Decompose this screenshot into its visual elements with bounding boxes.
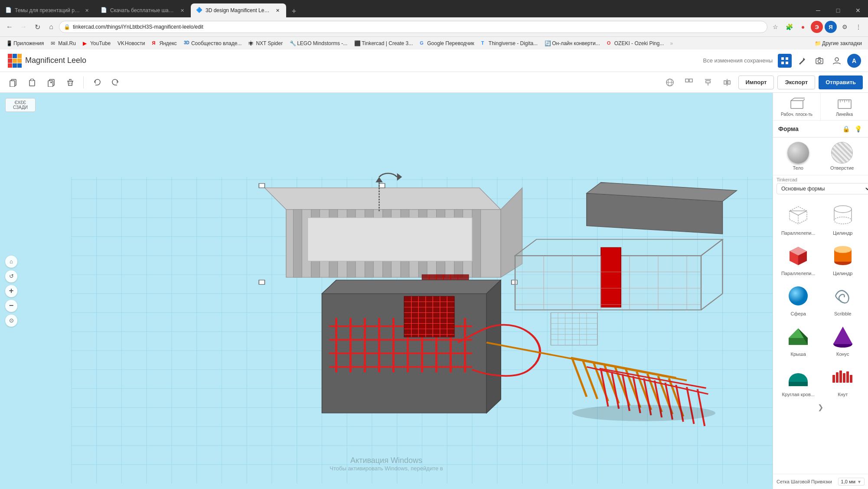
- tinkercad-logo[interactable]: Magnificent Leelo: [7, 53, 86, 69]
- pickaxe-btn[interactable]: [795, 54, 809, 68]
- svg-marker-142: [486, 280, 501, 413]
- shape-cylinder-wireframe[interactable]: Цилиндр: [821, 199, 865, 238]
- minimize-button[interactable]: ─: [808, 3, 828, 17]
- shape-box-solid[interactable]: Параллелепи...: [777, 239, 820, 279]
- redo-tool-btn[interactable]: [108, 75, 124, 90]
- new-tab-button[interactable]: +: [288, 5, 300, 17]
- export-btn[interactable]: Экспорт: [777, 75, 815, 89]
- bookmark-tinkercad[interactable]: ⬛ Tinkercad | Create 3...: [352, 39, 415, 47]
- shape-knot-label: Кнут: [838, 392, 848, 397]
- import-btn[interactable]: Импорт: [738, 75, 774, 89]
- ruler-tab[interactable]: Линейка: [821, 93, 868, 120]
- reload-button[interactable]: ↻: [31, 21, 43, 33]
- shape-sphere[interactable]: Сфера: [777, 279, 820, 319]
- bookmark-youtube[interactable]: ▶ YouTube: [80, 39, 113, 47]
- settings-icon[interactable]: ⚙: [839, 21, 851, 33]
- shape-roof[interactable]: Крыша: [777, 320, 820, 359]
- tab1-title: Темы для презентаций powerp...: [15, 7, 81, 13]
- body-type[interactable]: Тело: [787, 142, 809, 171]
- view-cube[interactable]: ЭЗХЭ СЗАДИ: [5, 98, 36, 112]
- collapse-shapes-btn[interactable]: ❯: [773, 401, 868, 413]
- avatar[interactable]: A: [847, 54, 861, 68]
- hole-type[interactable]: Отверстие: [830, 142, 854, 171]
- svg-rect-1: [786, 57, 788, 60]
- bookmark-yandex[interactable]: Я Яндекс: [150, 39, 179, 47]
- view-toggle-btn[interactable]: [662, 75, 678, 90]
- bookmark-3d[interactable]: 3D Сообщество владе...: [181, 39, 245, 47]
- zoom-in-btn[interactable]: +: [5, 285, 17, 297]
- profile-icon[interactable]: Э: [811, 21, 823, 33]
- bookmark-converter[interactable]: 🔄 Он-лайн конверти...: [542, 39, 603, 47]
- bookmark-lego[interactable]: 🔧 LEGO Mindstorms -...: [287, 39, 350, 47]
- duplicate-tool-btn[interactable]: [43, 75, 59, 90]
- home-view-btn[interactable]: ⌂: [5, 256, 17, 268]
- bookmark-news[interactable]: VK Новости: [115, 39, 147, 47]
- svg-point-195: [572, 405, 715, 421]
- shape-cone[interactable]: Конус: [821, 320, 865, 359]
- light-btn[interactable]: 💡: [853, 124, 863, 134]
- mirror-btn[interactable]: [719, 75, 735, 90]
- profile-btn[interactable]: [830, 54, 844, 68]
- more-menu-icon[interactable]: ●: [797, 21, 809, 33]
- forward-button[interactable]: →: [17, 21, 29, 33]
- rotate-view-btn[interactable]: ↺: [5, 270, 17, 282]
- svg-rect-228: [789, 382, 808, 386]
- camera-btn[interactable]: [813, 54, 826, 68]
- library-select[interactable]: Основные формы: [777, 183, 868, 194]
- tab1-close[interactable]: ✕: [83, 7, 90, 14]
- lock-shape-btn[interactable]: 🔒: [841, 124, 851, 134]
- extensions-icon[interactable]: 🧩: [783, 21, 795, 33]
- svg-rect-0: [781, 57, 784, 60]
- yandex-icon[interactable]: Я: [825, 21, 837, 33]
- tinkercad-label: Tinkercad | Create 3...: [362, 40, 413, 46]
- shape-box-wireframe[interactable]: Параллелепи...: [777, 199, 820, 238]
- zoom-out-btn[interactable]: −: [5, 300, 17, 312]
- address-bar[interactable]: 🔒 tinkercad.com/things/iYnLbtbcH3S-magni…: [59, 21, 767, 33]
- svg-point-5: [818, 59, 821, 62]
- copy-tool-btn[interactable]: [5, 75, 21, 90]
- maximize-button[interactable]: □: [828, 3, 848, 17]
- tab2-close[interactable]: ✕: [179, 7, 186, 14]
- bookmarks-bar: 📱 Приложения ✉ Mail.Ru ▶ YouTube VK Ново…: [0, 36, 868, 49]
- others-label: Другие закладки: [822, 40, 862, 46]
- shape-cylinder-wireframe-label: Цилиндр: [833, 230, 852, 236]
- paste-tool-btn[interactable]: [24, 75, 40, 90]
- close-button[interactable]: ✕: [848, 3, 868, 17]
- bookmark-thingiverse[interactable]: T Thingiverse - Digita...: [479, 39, 540, 47]
- bookmark-others[interactable]: 📁 Другие закладки: [812, 39, 865, 47]
- tab3-favicon: 🔷: [196, 7, 203, 14]
- canvas-area[interactable]: ЭЗХЭ СЗАДИ ⌂ ↺ + − ⊙ Активация Windows Ч…: [0, 93, 773, 489]
- browser-tab-2[interactable]: 📄 Скачать бесплатные шаблоны ... ✕: [95, 3, 191, 17]
- svg-rect-196: [791, 101, 803, 108]
- bookmark-google-translate[interactable]: G Google Переводчик: [417, 39, 477, 47]
- shape-scribble[interactable]: Scribble: [821, 279, 865, 319]
- bookmark-mailru[interactable]: ✉ Mail.Ru: [48, 39, 78, 47]
- undo-tool-btn[interactable]: [89, 75, 104, 90]
- export-label: Экспорт: [785, 79, 808, 85]
- bookmark-ozeki[interactable]: O OZEKI - Ozeki Ping...: [604, 39, 667, 47]
- shape-round-roof[interactable]: Круглая кров...: [777, 360, 820, 400]
- menu-icon[interactable]: ⋮: [852, 21, 865, 33]
- align-btn[interactable]: [700, 75, 716, 90]
- grid-view-btn[interactable]: [778, 54, 792, 68]
- back-button[interactable]: ←: [3, 21, 16, 33]
- browser-tab-1[interactable]: 📄 Темы для презентаций powerp... ✕: [0, 3, 95, 17]
- snap-value-container[interactable]: 1,0 мм ▼: [838, 478, 865, 486]
- shape-cylinder-solid[interactable]: Цилиндр: [821, 239, 865, 279]
- bookmark-icon[interactable]: ☆: [769, 21, 781, 33]
- send-btn[interactable]: Отправить: [819, 75, 863, 89]
- workplane-tab[interactable]: Рабоч. плоск-ть: [773, 93, 821, 120]
- fit-view-btn[interactable]: ⊙: [5, 315, 17, 327]
- tab3-title: 3D design Magnificent Leelo | Ti...: [206, 7, 271, 13]
- svg-rect-231: [832, 375, 835, 383]
- bookmark-apps[interactable]: 📱 Приложения: [3, 39, 46, 47]
- bookmark-nxt[interactable]: 🕷 NXT Spider: [246, 39, 285, 47]
- roof-thumb: [784, 322, 812, 350]
- browser-tab-3[interactable]: 🔷 3D design Magnificent Leelo | Ti... ✕: [191, 3, 286, 17]
- svg-rect-22: [689, 79, 692, 82]
- shapes-toggle-btn[interactable]: [681, 75, 697, 90]
- delete-tool-btn[interactable]: [62, 75, 78, 90]
- shape-knot[interactable]: Кнут: [821, 360, 865, 400]
- home-button[interactable]: ⌂: [45, 21, 57, 33]
- tab3-close[interactable]: ✕: [274, 7, 281, 14]
